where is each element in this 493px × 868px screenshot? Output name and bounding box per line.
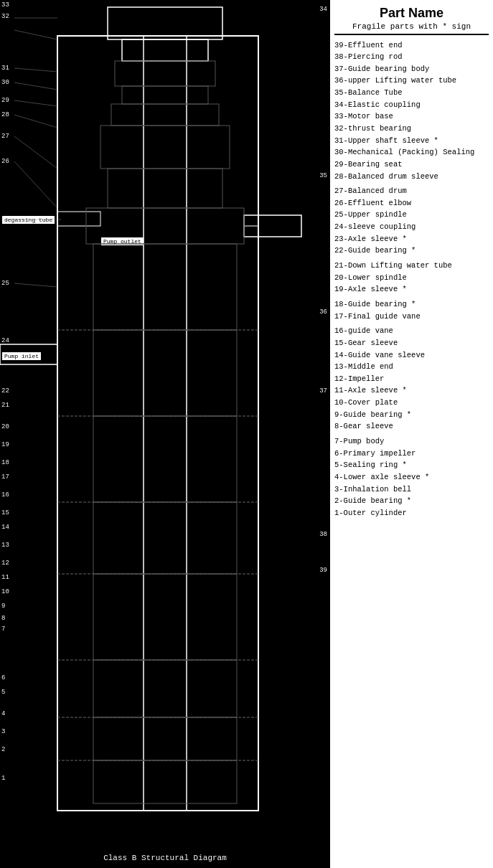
svg-rect-25 xyxy=(93,502,237,574)
part-item-10: 10-Cover plate xyxy=(334,397,489,410)
svg-line-32 xyxy=(14,68,57,72)
part-item-17: 17-Final guide vane xyxy=(334,311,489,323)
part-item-25: 25-Upper spindle xyxy=(334,209,489,222)
part-item-29: 29-Bearing seat xyxy=(334,159,489,171)
part-item-38: 38-Piercing rod xyxy=(334,52,489,64)
svg-rect-16 xyxy=(115,61,215,86)
part-item-30: 30-Mechanical (Packing) Sealing xyxy=(334,147,489,159)
part-item-4: 4-Lower axle sleeve * xyxy=(334,471,489,483)
svg-line-36 xyxy=(14,136,57,169)
part-item-8: 8-Gear sleeve xyxy=(334,421,489,433)
part-item-5: 5-Sealing ring * xyxy=(334,460,489,472)
part-name-subtitle: Fragile parts with * sign xyxy=(334,22,489,35)
part-item-19: 19-Axle sleeve * xyxy=(334,284,489,296)
part-item-12: 12-Impeller xyxy=(334,373,489,385)
part-item-23: 23-Axle sleeve * xyxy=(334,233,489,245)
svg-line-33 xyxy=(14,82,57,90)
svg-rect-4 xyxy=(122,39,208,61)
svg-line-38 xyxy=(14,283,57,287)
part-item-27: 27-Balanced drum xyxy=(334,186,489,198)
diagram-area: 33 32 31 30 29 28 27 26 25 24 23 22 21 2… xyxy=(0,0,330,868)
part-item-6: 6-Primary impeller xyxy=(334,448,489,460)
part-item-34: 34-Elastic coupling xyxy=(334,99,489,111)
diagram-caption: Class B Structural Diagram xyxy=(0,854,330,862)
part-item-11: 11-Axle sleeve * xyxy=(334,385,489,397)
svg-rect-26 xyxy=(93,574,237,660)
svg-rect-3 xyxy=(108,7,222,39)
part-item-36: 36-upper Lifting water tube xyxy=(334,75,489,88)
part-item-39: 39-Effluent end xyxy=(334,39,489,52)
pump-diagram-svg xyxy=(0,0,330,839)
parts-panel: Part Name Fragile parts with * sign 39-E… xyxy=(330,0,493,868)
part-item-32: 32-thrust bearing xyxy=(334,123,489,135)
part-item-35: 35-Balance Tube xyxy=(334,88,489,100)
part-item-1: 1-Outer cylinder xyxy=(334,507,489,519)
part-item-15: 15-Gear sleeve xyxy=(334,337,489,349)
svg-rect-19 xyxy=(100,126,230,169)
part-item-3: 3-Inhalation bell xyxy=(334,483,489,496)
svg-rect-22 xyxy=(93,244,237,330)
part-item-13: 13-Middle end xyxy=(334,362,489,374)
svg-rect-7 xyxy=(0,344,57,364)
part-item-2: 2-Guide bearing * xyxy=(334,496,489,508)
part-item-7: 7-Pump body xyxy=(334,436,489,448)
part-item-28: 28-Balanced drum sleeve xyxy=(334,171,489,183)
svg-rect-29 xyxy=(93,760,237,803)
part-item-33: 33-Motor base xyxy=(334,111,489,123)
svg-rect-18 xyxy=(111,104,219,126)
part-name-title: Part Name xyxy=(334,6,489,21)
part-item-16: 16-guide vane xyxy=(334,326,489,338)
svg-line-35 xyxy=(14,115,57,128)
part-item-20: 20-Lower spindle xyxy=(334,272,489,284)
svg-rect-8 xyxy=(57,212,100,226)
svg-rect-27 xyxy=(93,660,237,717)
svg-rect-0 xyxy=(57,36,258,811)
part-item-26: 26-Effluent elbow xyxy=(334,197,489,209)
part-item-24: 24-sleeve coupling xyxy=(334,222,489,234)
svg-line-31 xyxy=(14,30,57,39)
part-item-31: 31-Upper shaft sleeve * xyxy=(334,135,489,147)
svg-rect-23 xyxy=(93,330,237,416)
svg-rect-24 xyxy=(93,416,237,502)
part-item-9: 9-Guide bearing * xyxy=(334,409,489,421)
part-item-21: 21-Down Lifting water tube xyxy=(334,260,489,273)
part-item-18: 18-Guide bearing * xyxy=(334,298,489,311)
part-item-37: 37-Guide bearing body xyxy=(334,63,489,75)
svg-rect-20 xyxy=(108,169,222,208)
svg-rect-28 xyxy=(93,717,237,760)
part-item-22: 22-Guide bearing * xyxy=(334,245,489,258)
parts-list: 39-Effluent end38-Piercing rod37-Guide b… xyxy=(334,39,489,519)
part-item-14: 14-Guide vane sleeve xyxy=(334,349,489,362)
svg-rect-21 xyxy=(86,208,244,244)
svg-rect-17 xyxy=(122,86,208,104)
svg-line-37 xyxy=(14,161,57,208)
svg-line-34 xyxy=(14,100,57,106)
